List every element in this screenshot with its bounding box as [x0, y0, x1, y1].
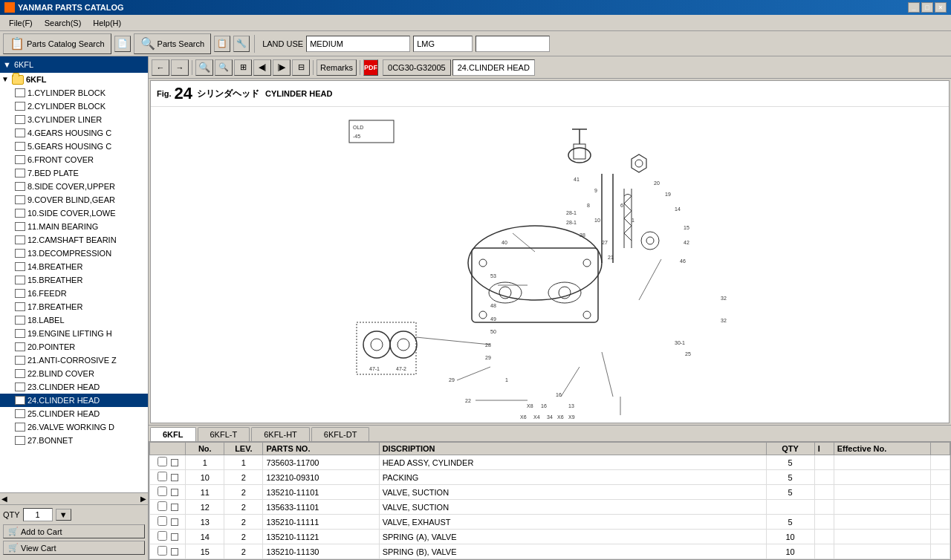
sidebar-scroll-right[interactable]: ▶	[140, 495, 146, 503]
checkbox-4[interactable]	[158, 516, 167, 526]
checkbox-3[interactable]	[158, 501, 167, 511]
checkbox-1[interactable]	[158, 472, 167, 481]
tab-6kflht[interactable]: 6KFL-HT	[251, 427, 310, 441]
tab-6kfldt[interactable]: 6KFL-DT	[311, 427, 370, 441]
row-check-5[interactable]	[150, 530, 186, 544]
breadcrumb-current[interactable]: 24.CLINDER HEAD	[452, 59, 535, 76]
sidebar-scroll-left[interactable]: ◀	[1, 495, 7, 503]
sidebar-item-11[interactable]: 12.CAMSHAFT BEARIN	[0, 233, 148, 247]
row-lev-0: 1	[224, 455, 263, 470]
row-extra-2	[930, 485, 950, 500]
sidebar-root-item[interactable]: ▼ 6KFL	[0, 73, 148, 86]
next-page-button[interactable]: |▶	[273, 59, 291, 76]
zoom-in-button[interactable]: 🔍	[195, 59, 213, 76]
forward-button[interactable]: →	[171, 59, 189, 76]
sidebar: ▼ 6KFL ▼ 6KFL1.CYLINDER BLOCK2.CYLINDER …	[0, 56, 149, 560]
zoom-out-button[interactable]: 🔍	[215, 59, 233, 76]
row-check-1[interactable]	[150, 470, 186, 485]
sidebar-item-22[interactable]: 23.CLINDER HEAD	[0, 380, 148, 394]
diagram-title-jp: シリンダヘッド	[197, 88, 259, 100]
remarks-button[interactable]: Remarks	[317, 59, 357, 76]
table-row-3: 12 2 135633-11101 VALVE, SUCTION	[150, 500, 950, 515]
sidebar-item-21[interactable]: 22.BLIND COVER	[0, 367, 148, 380]
svg-text:X6: X6	[557, 414, 564, 420]
sidebar-item-16[interactable]: 17.BREATHER	[0, 300, 148, 313]
parts-catalog-search-button[interactable]: 📋 Parts Catalog Search	[3, 33, 111, 54]
row-qty-2: 5	[766, 485, 814, 500]
toolbar-icon-1: 📄	[114, 36, 131, 52]
table-row-1: 10 2 123210-09310 PACKING 5	[150, 470, 950, 485]
doc-icon-16	[15, 302, 25, 311]
doc-small-icon-6	[171, 548, 178, 556]
tab-6kfl[interactable]: 6KFL	[150, 427, 196, 441]
row-check-3[interactable]	[150, 500, 186, 515]
col-i: I	[814, 443, 834, 455]
sidebar-item-9[interactable]: 10.SIDE COVER,LOWE	[0, 206, 148, 220]
sidebar-item-23[interactable]: 24.CLINDER HEAD	[0, 394, 148, 407]
row-qty-6: 10	[766, 544, 814, 559]
prev-page-button[interactable]: ◀|	[253, 59, 271, 76]
sidebar-item-20[interactable]: 21.ANTI-CORROSIVE Z	[0, 354, 148, 367]
folder-icon	[12, 75, 24, 85]
sidebar-item-25[interactable]: 26.VALVE WORKING D	[0, 420, 148, 434]
sidebar-item-3[interactable]: 4.GEARS HOUSING C	[0, 126, 148, 140]
sidebar-item-1[interactable]: 2.CYLINDER BLOCK	[0, 100, 148, 113]
qty-dec-button[interactable]: ▼	[56, 509, 71, 521]
svg-text:X9: X9	[568, 414, 575, 420]
add-to-cart-button[interactable]: 🛒 Add to Cart	[3, 524, 145, 538]
menu-file[interactable]: File(F)	[3, 17, 39, 29]
sidebar-item-19[interactable]: 20.POINTER	[0, 340, 148, 354]
row-parts-no-6: 135210-11130	[263, 544, 379, 559]
sidebar-collapse-icon[interactable]: ▼	[3, 60, 11, 69]
row-check-0[interactable]	[150, 455, 186, 470]
pdf-icon[interactable]: PDF	[363, 59, 378, 76]
parts-table-container[interactable]: No. LEV. PARTS NO. DISCRIPTION QTY I Eff…	[149, 441, 951, 560]
fit-button[interactable]: ⊞	[234, 59, 252, 76]
menu-help[interactable]: Help(H)	[87, 17, 127, 29]
row-check-4[interactable]	[150, 515, 186, 530]
minimize-button[interactable]: _	[908, 2, 920, 13]
sidebar-item-12[interactable]: 13.DECOMPRESSION	[0, 247, 148, 260]
grid-button[interactable]: ⊟	[292, 59, 310, 76]
doc-icon-2	[15, 115, 25, 124]
sidebar-item-13[interactable]: 14.BREATHER	[0, 260, 148, 273]
table-row-5: 14 2 135210-11121 SPRING (A), VALVE 10	[150, 530, 950, 544]
row-extra-5	[930, 530, 950, 544]
row-description-3: VALVE, SUCTION	[379, 500, 766, 515]
svg-text:34: 34	[547, 414, 553, 420]
sidebar-item-14[interactable]: 15.BREATHER	[0, 273, 148, 287]
col-qty: QTY	[766, 443, 814, 455]
maximize-button[interactable]: □	[921, 2, 933, 13]
col-lev: LEV.	[224, 443, 263, 455]
sidebar-item-24[interactable]: 25.CLINDER HEAD	[0, 407, 148, 420]
sidebar-item-4[interactable]: 5.GEARS HOUSING C	[0, 140, 148, 153]
qty-input[interactable]	[23, 508, 53, 521]
row-check-6[interactable]	[150, 544, 186, 559]
parts-search-button[interactable]: 🔍 Parts Search	[134, 33, 212, 54]
sidebar-item-26[interactable]: 27.BONNET	[0, 434, 148, 447]
sidebar-item-8[interactable]: 9.COVER BLIND,GEAR	[0, 193, 148, 206]
sidebar-item-0[interactable]: 1.CYLINDER BLOCK	[0, 86, 148, 100]
checkbox-6[interactable]	[158, 546, 167, 556]
breadcrumb-root[interactable]: 0CG30-G32005	[383, 59, 451, 76]
sidebar-item-6[interactable]: 7.BED PLATE	[0, 166, 148, 180]
checkbox-5[interactable]	[158, 531, 167, 541]
sidebar-item-18[interactable]: 19.ENGINE LIFTING H	[0, 327, 148, 340]
back-button[interactable]: ←	[152, 59, 169, 76]
sidebar-item-17[interactable]: 18.LABEL	[0, 313, 148, 327]
view-cart-button[interactable]: 🛒 View Cart	[3, 541, 145, 555]
row-check-2[interactable]	[150, 485, 186, 500]
close-button[interactable]: ×	[935, 2, 947, 13]
sidebar-item-7[interactable]: 8.SIDE COVER,UPPER	[0, 180, 148, 193]
sidebar-item-10[interactable]: 11.MAIN BEARING	[0, 220, 148, 233]
checkbox-0[interactable]	[158, 457, 167, 466]
sidebar-item-2[interactable]: 3.CYLINDER LINER	[0, 113, 148, 126]
row-no-4: 13	[186, 515, 224, 530]
doc-small-icon-1	[171, 474, 178, 481]
doc-icon-6	[15, 169, 25, 178]
sidebar-item-5[interactable]: 6.FRONT COVER	[0, 153, 148, 166]
sidebar-item-15[interactable]: 16.FEEDR	[0, 287, 148, 300]
menu-search[interactable]: Search(S)	[39, 17, 88, 29]
tab-6kflt[interactable]: 6KFL-T	[198, 427, 250, 441]
checkbox-2[interactable]	[158, 486, 167, 496]
